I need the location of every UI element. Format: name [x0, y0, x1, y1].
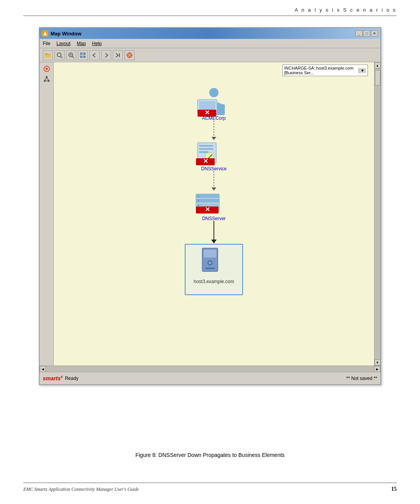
svg-rect-42 — [199, 148, 213, 150]
maximize-button[interactable]: □ — [363, 30, 370, 37]
svg-text:DNSService: DNSService — [201, 166, 227, 172]
svg-point-17 — [128, 54, 131, 56]
dropdown-value: INCHARGE-SA::host3.example.com [Business… — [284, 66, 359, 75]
svg-marker-64 — [211, 240, 217, 243]
svg-point-23 — [46, 68, 48, 70]
status-not-saved: ** Not saved ** — [346, 376, 377, 381]
svg-rect-2 — [45, 53, 47, 54]
toolbar-open-button[interactable] — [43, 50, 53, 60]
svg-rect-4 — [45, 54, 51, 55]
svg-rect-67 — [204, 250, 216, 257]
toolbar-back-button[interactable] — [89, 50, 100, 60]
toolbar-forward-button[interactable] — [101, 50, 111, 60]
scroll-right-button[interactable]: ▶ — [374, 366, 380, 372]
svg-rect-41 — [199, 145, 213, 147]
dropdown-bar: INCHARGE-SA::host3.example.com [Business… — [282, 65, 368, 76]
page-footer: EMC Smarts Application Connectivity Mana… — [23, 483, 397, 492]
toolbar — [40, 48, 380, 62]
svg-text:✕: ✕ — [203, 158, 208, 164]
menu-file[interactable]: File — [43, 41, 50, 46]
toolbar-layout-button[interactable] — [78, 50, 88, 60]
header-divider — [23, 16, 397, 16]
acmecorp-node: ✕ — [198, 88, 226, 117]
scroll-thumb[interactable] — [375, 70, 380, 86]
menu-map[interactable]: Map — [77, 41, 86, 46]
map-window: Map Window _ □ ✕ File Layout Map Help — [39, 27, 381, 385]
scroll-up-button[interactable]: ▲ — [374, 62, 381, 68]
svg-rect-53 — [196, 194, 219, 198]
svg-line-8 — [72, 56, 74, 58]
map-canvas[interactable]: INCHARGE-SA::host3.example.com [Business… — [54, 62, 374, 366]
page-header: A n a l y s i s S c e n a r i o s — [295, 7, 397, 13]
context-dropdown[interactable]: INCHARGE-SA::host3.example.com [Business… — [282, 65, 368, 76]
svg-rect-56 — [196, 199, 219, 203]
svg-text:✕: ✕ — [205, 109, 210, 116]
horizontal-scrollbar[interactable]: ◀ ▶ — [40, 366, 380, 372]
menu-help[interactable]: Help — [92, 41, 102, 46]
svg-marker-39 — [212, 137, 216, 140]
svg-rect-12 — [83, 52, 86, 55]
scroll-track — [374, 68, 380, 359]
menu-bar: File Layout Map Help — [40, 39, 380, 48]
panel-target-icon[interactable] — [42, 65, 51, 73]
svg-line-27 — [45, 78, 47, 80]
figure-caption: Figure 8: DNSServer Down Propagates to B… — [0, 452, 420, 458]
svg-rect-54 — [198, 196, 199, 197]
svg-text:ACMECorp: ACMECorp — [202, 116, 226, 121]
title-bar-left: Map Window — [42, 30, 81, 37]
svg-text:✕: ✕ — [205, 206, 210, 213]
window-title: Map Window — [51, 31, 81, 37]
dnsservice-node: ✕ — [196, 143, 216, 165]
svg-point-5 — [57, 53, 61, 57]
dnsserver-node: ✕ — [196, 194, 219, 214]
svg-rect-14 — [83, 56, 86, 58]
svg-point-24 — [46, 76, 47, 78]
toolbar-zoom-button[interactable] — [66, 50, 76, 60]
svg-point-30 — [209, 88, 219, 97]
toolbar-search-button[interactable] — [54, 50, 65, 60]
smarts-logo: smarts4 — [43, 375, 63, 382]
page-number: 15 — [391, 486, 397, 492]
host-node — [202, 248, 218, 271]
svg-rect-55 — [200, 196, 201, 197]
left-panel — [40, 62, 54, 366]
footer-title: EMC Smarts Application Connectivity Mana… — [23, 486, 139, 492]
scroll-left-button[interactable]: ◀ — [40, 366, 46, 372]
h-scroll-track — [46, 366, 374, 372]
svg-marker-51 — [212, 187, 216, 191]
svg-rect-13 — [80, 56, 82, 58]
svg-rect-11 — [80, 52, 82, 55]
close-button[interactable]: ✕ — [371, 30, 378, 37]
panel-network-icon[interactable] — [42, 75, 51, 83]
svg-rect-43 — [199, 151, 208, 153]
svg-line-6 — [61, 56, 62, 58]
svg-text:host3.example.com: host3.example.com — [194, 279, 234, 284]
window-controls: _ □ ✕ — [355, 30, 378, 37]
svg-line-28 — [47, 78, 49, 80]
minimize-button[interactable]: _ — [355, 30, 362, 37]
toolbar-target-button[interactable] — [124, 50, 135, 60]
svg-rect-59 — [198, 205, 199, 206]
svg-text:DNSServer: DNSServer — [202, 216, 226, 221]
svg-rect-70 — [205, 268, 215, 269]
status-left: smarts4 Ready — [43, 375, 79, 382]
svg-rect-57 — [198, 200, 199, 201]
diagram-svg: ✕ ACMECorp — [54, 62, 374, 366]
map-area: INCHARGE-SA::host3.example.com [Business… — [40, 62, 380, 366]
svg-point-69 — [209, 262, 211, 264]
toolbar-skip-button[interactable] — [113, 50, 123, 60]
scroll-down-button[interactable]: ▼ — [374, 359, 381, 366]
status-bar: smarts4 Ready ** Not saved ** — [40, 372, 380, 384]
title-bar: Map Window _ □ ✕ — [40, 28, 380, 39]
status-ready-text: Ready — [65, 376, 79, 381]
menu-layout[interactable]: Layout — [56, 41, 70, 46]
vertical-scrollbar[interactable]: ▲ ▼ — [374, 62, 380, 366]
dropdown-arrow[interactable]: ▼ — [359, 68, 366, 73]
window-icon — [42, 30, 48, 37]
